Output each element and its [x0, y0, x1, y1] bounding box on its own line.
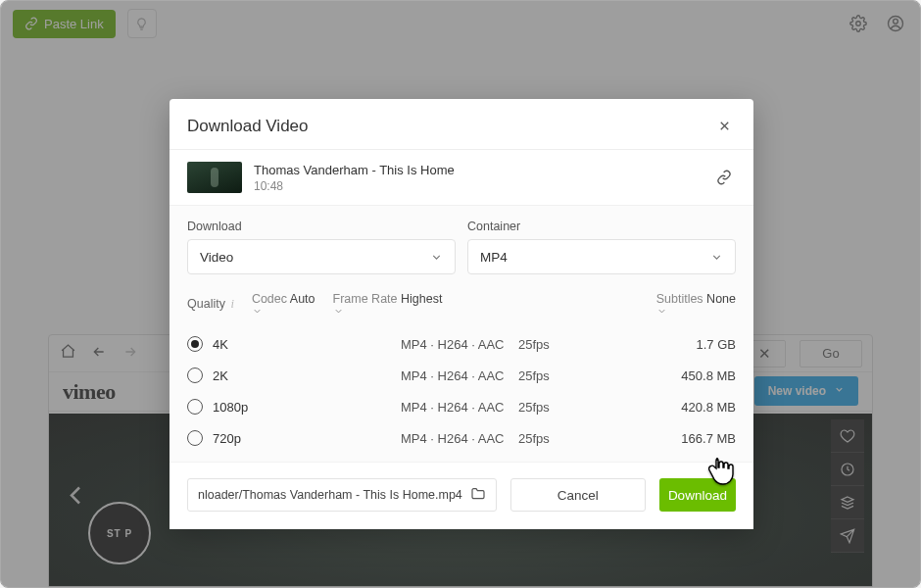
quality-codec: MP4 · H264 · AAC	[401, 400, 518, 415]
save-path-value: nloader/Thomas Vanderham - This Is Home.…	[198, 488, 462, 502]
cancel-button[interactable]: Cancel	[510, 478, 646, 512]
dialog-header: Download Video	[170, 99, 753, 149]
subtitles-filter[interactable]: Subtitles None	[656, 292, 736, 317]
quality-name: 720p	[213, 431, 401, 446]
app-window: Paste Link	[0, 0, 921, 588]
download-label: Download	[668, 488, 727, 503]
framerate-filter[interactable]: Frame Rate Highest	[333, 292, 443, 317]
quality-list: 4KMP4 · H264 · AAC25fps1.7 GB2KMP4 · H26…	[170, 324, 753, 462]
codec-filter-value: Auto	[290, 292, 315, 306]
quality-option[interactable]: 4KMP4 · H264 · AAC25fps1.7 GB	[187, 328, 736, 360]
radio-icon	[187, 368, 203, 383]
dialog-footer: nloader/Thomas Vanderham - This Is Home.…	[170, 462, 753, 529]
framerate-filter-value: Highest	[401, 292, 442, 306]
subtitles-filter-label: Subtitles	[656, 292, 703, 306]
quality-option[interactable]: 2KMP4 · H264 · AAC25fps450.8 MB	[187, 360, 736, 391]
dialog-title: Download Video	[187, 117, 309, 136]
quality-filter-label: Quality	[187, 297, 225, 311]
container-select[interactable]: MP4	[467, 239, 736, 274]
radio-icon	[187, 336, 203, 352]
info-icon[interactable]: i	[230, 297, 233, 311]
video-title: Thomas Vanderham - This Is Home	[254, 163, 455, 177]
chevron-down-icon	[252, 306, 315, 317]
quality-name: 1080p	[213, 400, 401, 415]
container-label: Container	[467, 220, 736, 233]
video-thumbnail	[187, 162, 242, 193]
quality-option[interactable]: 1080pMP4 · H264 · AAC25fps420.8 MB	[187, 391, 736, 422]
download-button[interactable]: Download	[659, 478, 736, 512]
download-type-select[interactable]: Video	[187, 239, 456, 274]
chevron-down-icon	[656, 306, 736, 317]
quality-size: 420.8 MB	[626, 400, 736, 415]
radio-icon	[187, 430, 203, 446]
codec-filter-label: Codec	[252, 292, 287, 306]
quality-fps: 25fps	[518, 400, 626, 415]
quality-codec: MP4 · H264 · AAC	[401, 431, 518, 446]
quality-fps: 25fps	[518, 431, 626, 446]
quality-fps: 25fps	[518, 337, 626, 352]
framerate-filter-label: Frame Rate	[333, 292, 398, 306]
link-icon	[716, 170, 732, 185]
folder-icon[interactable]	[470, 486, 486, 505]
quality-size: 450.8 MB	[626, 368, 736, 383]
quality-size: 166.7 MB	[626, 431, 736, 446]
quality-codec: MP4 · H264 · AAC	[401, 368, 518, 383]
chevron-down-icon	[430, 251, 443, 264]
download-video-dialog: Download Video Thomas Vanderham - This I…	[170, 99, 753, 529]
quality-name: 2K	[213, 368, 401, 383]
quality-fps: 25fps	[518, 368, 626, 383]
chevron-down-icon	[333, 306, 443, 317]
container-value: MP4	[480, 250, 508, 265]
close-icon	[717, 119, 732, 133]
radio-icon	[187, 399, 203, 415]
cancel-label: Cancel	[557, 488, 599, 503]
open-source-link-button[interactable]	[712, 166, 736, 189]
subtitles-filter-value: None	[706, 292, 736, 306]
save-path-field[interactable]: nloader/Thomas Vanderham - This Is Home.…	[187, 478, 497, 512]
video-info-row: Thomas Vanderham - This Is Home 10:48	[170, 150, 753, 205]
codec-filter[interactable]: Codec Auto	[252, 292, 315, 317]
filters-row: Quality i Codec Auto Frame Rate Highest …	[170, 274, 753, 324]
quality-codec: MP4 · H264 · AAC	[401, 337, 518, 352]
download-type-value: Video	[200, 250, 233, 265]
quality-option[interactable]: 720pMP4 · H264 · AAC25fps166.7 MB	[187, 422, 736, 454]
download-type-label: Download	[187, 220, 456, 233]
video-duration: 10:48	[254, 179, 455, 193]
quality-name: 4K	[213, 337, 401, 352]
quality-size: 1.7 GB	[626, 337, 736, 352]
dialog-close-button[interactable]	[713, 115, 736, 137]
video-meta: Thomas Vanderham - This Is Home 10:48	[254, 163, 455, 193]
chevron-down-icon	[710, 251, 723, 264]
